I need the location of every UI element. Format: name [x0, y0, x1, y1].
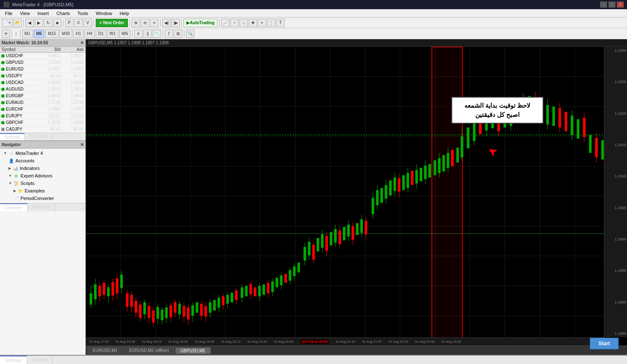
svg-rect-163	[393, 177, 396, 191]
new-button[interactable]: 📄+	[2, 19, 13, 27]
time-12: 31 Aug 22:56	[415, 340, 434, 344]
nav-accounts[interactable]: 👤 Accounts	[0, 157, 85, 164]
close-button[interactable]: ✕	[617, 2, 624, 8]
minimize-button[interactable]: ─	[600, 2, 607, 8]
move-button[interactable]: ✥	[249, 19, 257, 27]
nav-expert-advisors[interactable]: ▼ ⚙ Expert Advisors	[0, 172, 85, 179]
tab-common[interactable]: Common	[0, 203, 28, 211]
tab-settings[interactable]: Settings	[0, 356, 27, 364]
indicator-button[interactable]: ⋮	[267, 19, 275, 27]
period-h1[interactable]: H1	[73, 30, 84, 38]
stop-button[interactable]: ■	[53, 19, 61, 27]
zoom-out-button[interactable]: ⊖	[141, 19, 149, 27]
buy-button[interactable]: ↑	[230, 19, 239, 27]
sell-button[interactable]: ↓	[240, 19, 248, 27]
new-order-button[interactable]: + New Order	[96, 19, 128, 27]
ask-price: 1.2897	[62, 107, 85, 111]
expand-icon: ▼	[3, 151, 7, 155]
tab-favorites[interactable]: Favorites	[28, 203, 55, 211]
vol-button[interactable]: V	[84, 19, 92, 27]
grid-button[interactable]: #	[74, 19, 83, 27]
market-watch-row[interactable]: USDCHF 0.8921 0.8925	[0, 53, 85, 59]
nav-examples[interactable]: ▶ 📁 Examples	[0, 187, 85, 195]
chart-right-button[interactable]: |▶	[171, 19, 180, 27]
svg-rect-194	[461, 136, 463, 157]
period-m5[interactable]: M5	[34, 30, 45, 38]
forward-button[interactable]: ▶	[35, 19, 43, 27]
market-watch-row[interactable]: GBPUSD 1.6339 1.6342	[0, 59, 85, 66]
autotrading-button[interactable]: ▶ AutoTrading	[184, 19, 217, 27]
back-button[interactable]: ◀	[25, 19, 34, 27]
expand-icon4: ▼	[8, 181, 12, 185]
period-mn[interactable]: MN	[119, 30, 131, 38]
chart-tab-gbpusd-m5[interactable]: GBPUSD,M5	[175, 347, 211, 354]
market-watch-row[interactable]: USDJPY 83.19 83.22	[0, 73, 85, 79]
expand-icon5: ▶	[13, 189, 16, 193]
window-controls[interactable]: ─ □ ✕	[600, 2, 624, 8]
chart-type-button[interactable]: 🕯	[134, 30, 143, 38]
menu-view[interactable]: View	[17, 10, 33, 17]
start-button[interactable]: Start	[590, 338, 619, 349]
market-watch-close[interactable]: ✕	[80, 40, 84, 45]
menu-window[interactable]: Window	[92, 10, 115, 17]
symbol-name: EURGBP	[6, 94, 39, 98]
properties-button[interactable]: ≡	[150, 19, 158, 27]
market-watch-row[interactable]: EURGBP 0.8843 0.8846	[0, 93, 85, 99]
period-m30[interactable]: M30	[59, 30, 72, 38]
period-m15[interactable]: M15	[45, 30, 58, 38]
strategy-tester-tabs: Settings Journal	[0, 356, 627, 364]
chart-tab-eurusd-m2[interactable]: EURUSD,M2 (offline)	[124, 347, 174, 354]
menu-charts[interactable]: Charts	[53, 10, 73, 17]
chart-tab-eurusd-m1[interactable]: EURUSD,M1	[87, 347, 123, 354]
period-w1[interactable]: W1	[107, 30, 118, 38]
menu-help[interactable]: Help	[116, 10, 133, 17]
svg-rect-167	[402, 175, 405, 190]
menu-insert[interactable]: Insert	[34, 10, 52, 17]
price-1900: 1.1900	[605, 237, 626, 241]
svg-rect-175	[420, 168, 422, 181]
template-btn[interactable]: ⊞	[174, 30, 182, 38]
market-watch: Market Watch: 16:24:53 ✕ Symbol Bid Ask …	[0, 39, 85, 140]
refresh-button[interactable]: ↻	[44, 19, 52, 27]
period-h4[interactable]: H4	[84, 30, 95, 38]
market-watch-row[interactable]: USDCAD 0.9620 0.9624	[0, 79, 85, 86]
navigator-close[interactable]: ✕	[80, 142, 84, 147]
svg-rect-89	[226, 295, 229, 303]
nav-scripts[interactable]: ▼ 📜 Scripts	[0, 179, 85, 187]
menu-tools[interactable]: Tools	[74, 10, 92, 17]
nav-indicators[interactable]: ▶ 📊 Indicators	[0, 164, 85, 172]
menu-file[interactable]: File	[2, 10, 16, 17]
market-watch-row[interactable]: AUDUSD 1.0515 1.0518	[0, 86, 85, 93]
market-watch-row[interactable]: EURAUD 1.3736 1.3748	[0, 99, 85, 106]
search-btn[interactable]: 🔍	[186, 30, 194, 38]
market-watch-row[interactable]: EURJPY 120.21 120.25	[0, 113, 85, 119]
chart-left-button[interactable]: ◀|	[162, 19, 171, 27]
cursor-button[interactable]: ✛	[2, 30, 10, 38]
templ-button[interactable]: T	[276, 19, 285, 27]
line-button[interactable]: 📈	[221, 19, 229, 27]
market-watch-row[interactable]: EURCHF 1.2894 1.2897	[0, 106, 85, 113]
chart-container[interactable]: لاحظ توقيت بداية الشمعه اصبح كل دقيقتين …	[86, 47, 627, 346]
open-button[interactable]: 📂	[13, 19, 22, 27]
symbol-name: CADJPY	[6, 127, 39, 131]
svg-rect-39	[116, 278, 118, 293]
zoom-in-button[interactable]: ⊕	[132, 19, 140, 27]
nav-metatrader4[interactable]: ▼ 🖥 MetaTrader 4	[0, 149, 85, 157]
tab-symbols[interactable]: Symbols	[0, 133, 25, 140]
bar-button[interactable]: ∥	[143, 30, 152, 38]
market-watch-row[interactable]: EURUSD 1.4451 1.4453	[0, 66, 85, 73]
indicators-button2[interactable]: ƒ	[165, 30, 173, 38]
period-d1[interactable]: D1	[96, 30, 106, 38]
market-watch-row[interactable]: CADJPY 86.43 86.49	[0, 126, 85, 133]
time-axis: 31 Aug 17:52 31 Aug 18:08 31 Aug 18:24 3…	[86, 337, 604, 346]
market-watch-row[interactable]: GBPCHF 1.4575 1.4585	[0, 119, 85, 126]
select-button[interactable]: ⌖	[258, 19, 266, 27]
svg-rect-238	[595, 138, 598, 157]
tab-journal[interactable]: Journal	[27, 356, 53, 364]
nav-period-converter[interactable]: 📄 PeriodConverter	[0, 195, 85, 202]
profile-button[interactable]: P	[65, 19, 74, 27]
maximize-button[interactable]: □	[609, 2, 615, 8]
line-chart-button[interactable]: 📉	[153, 30, 161, 38]
tab-tick-chart[interactable]: Tick Chart	[25, 133, 52, 140]
period-m1[interactable]: M1	[22, 30, 33, 38]
